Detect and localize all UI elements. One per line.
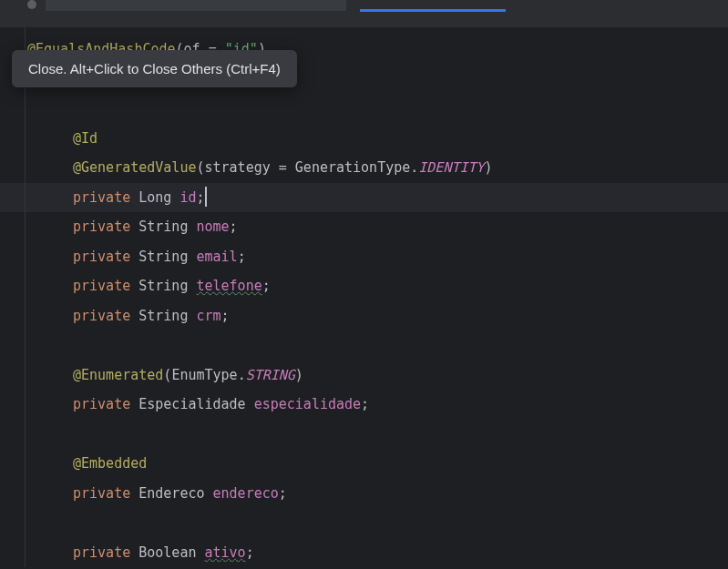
code-line[interactable]: @Embedded [27,449,728,479]
code-line-current[interactable]: private Long id; [0,183,728,213]
code-line[interactable]: @Id [27,124,728,154]
code-editor[interactable]: @EqualsAndHashCode(of = "id") @Id @Gener… [0,27,728,567]
code-line[interactable]: private String crm; [27,301,728,331]
code-line[interactable]: @Enumerated(EnumType.STRING) [27,361,728,391]
annotation: @Enumerated [73,361,163,391]
tab-inactive[interactable] [46,0,346,11]
close-tab-tooltip: Close. Alt+Click to Close Others (Ctrl+F… [12,50,297,87]
text-cursor [205,187,207,207]
annotation: @GeneratedValue [73,153,196,183]
code-line[interactable]: private Endereco endereco; [27,479,728,509]
code-content[interactable]: @EqualsAndHashCode(of = "id") @Id @Gener… [27,35,728,567]
annotation: @Embedded [73,449,147,479]
code-line[interactable]: private Especialidade especialidade; [27,390,728,420]
code-line-empty[interactable] [27,420,728,450]
tab-close-icon[interactable] [27,0,36,9]
code-line[interactable]: private String nome; [27,212,728,242]
tab-active-indicator [360,9,506,12]
tooltip-text: Close. Alt+Click to Close Others (Ctrl+F… [28,61,281,76]
code-line-empty[interactable] [27,330,728,361]
code-line[interactable]: @GeneratedValue(strategy = GenerationTyp… [27,153,728,183]
code-line-empty[interactable] [27,508,728,538]
editor-gutter [0,27,26,567]
code-line[interactable]: private String telefone; [27,271,728,301]
annotation: @Id [73,124,97,154]
code-line[interactable]: private Boolean ativo; [27,538,728,568]
code-line-empty[interactable] [27,94,728,124]
code-line[interactable]: private String email; [27,242,728,272]
editor-tab-bar[interactable] [0,0,728,27]
